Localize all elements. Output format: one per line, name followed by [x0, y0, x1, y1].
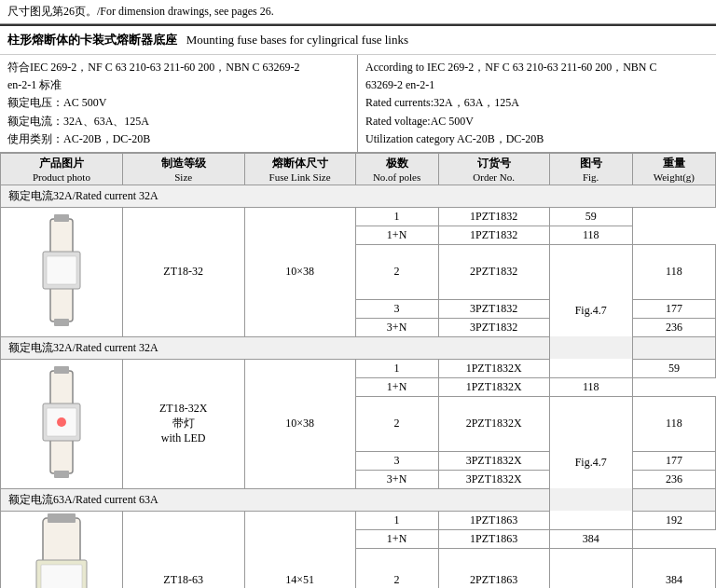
svg-rect-4	[47, 256, 76, 284]
order-cell: 3PZT1832	[438, 318, 549, 336]
fuse-size-cell: 10×38	[244, 359, 355, 488]
subheader-row: 额定电流63A/Rated current 63A	[1, 488, 716, 511]
weight-cell: 118	[549, 226, 632, 244]
info-grid: 符合IEC 269-2，NF C 63 210-63 211-60 200，NB…	[0, 55, 716, 153]
main-table: 产品图片 Product photo 制造等级 Size 熔断体尺寸 Fuse …	[0, 153, 716, 588]
th-photo: 产品图片 Product photo	[1, 153, 123, 185]
subheader-text: 额定电流63A/Rated current 63A	[1, 488, 716, 511]
svg-rect-1	[54, 214, 69, 222]
th-weight: 重量 Weight(g)	[632, 153, 715, 185]
weight-cell: 118	[549, 377, 632, 396]
poles-cell: 3	[355, 299, 438, 318]
poles-cell: 1+N	[355, 226, 438, 244]
fuse-size-cell: 14×51	[244, 511, 355, 588]
model-cell: ZT18-32	[122, 207, 244, 336]
info-right-line2: 63269-2 en-2-1	[365, 76, 709, 94]
weight-cell: 59	[549, 207, 632, 226]
order-cell: 3PZT1832X	[438, 470, 549, 488]
info-right-category: Utilization category AC-20B，DC-20B	[365, 130, 709, 148]
poles-cell: 1+N	[355, 529, 438, 548]
order-cell: 1PZT1832X	[438, 377, 549, 396]
subheader-text: 额定电流32A/Rated current 32A	[1, 336, 716, 359]
poles-cell: 1+N	[355, 377, 438, 396]
product-photo-cell	[1, 359, 123, 488]
poles-cell: 2	[355, 548, 438, 588]
weight-cell: 118	[632, 244, 715, 299]
weight-cell: 236	[632, 470, 715, 488]
order-cell: 1PZT1832X	[438, 359, 549, 377]
info-right: According to IEC 269-2，NF C 63 210-63 21…	[358, 55, 716, 152]
th-size: 制造等级 Size	[122, 153, 244, 185]
weight-cell: 118	[632, 396, 715, 451]
info-left-line2: en-2-1 标准	[7, 76, 350, 94]
info-right-line1: According to IEC 269-2，NF C 63 210-63 21…	[365, 59, 709, 76]
weight-cell: 384	[549, 529, 632, 548]
subheader-row: 额定电流32A/Rated current 32A	[1, 336, 716, 359]
fuse-size-cell: 10×38	[244, 207, 355, 336]
order-cell: 2PZT1832X	[438, 396, 549, 451]
weight-cell: 177	[632, 299, 715, 318]
info-left-line1: 符合IEC 269-2，NF C 63 210-63 211-60 200，NB…	[7, 59, 350, 76]
poles-cell: 1	[355, 207, 438, 226]
weight-cell: 177	[632, 451, 715, 470]
poles-cell: 3+N	[355, 318, 438, 336]
svg-rect-2	[54, 319, 69, 326]
poles-cell: 3+N	[355, 470, 438, 488]
th-fig: 图号 Fig.	[549, 153, 632, 185]
model-cell: ZT18-63	[122, 511, 244, 588]
info-left-voltage: 额定电压：AC 500V	[7, 94, 350, 112]
weight-cell: 59	[632, 359, 715, 377]
poles-cell: 1	[355, 359, 438, 377]
th-order: 订货号 Order No.	[438, 153, 549, 185]
order-cell: 2PZT1863	[438, 548, 549, 588]
model-cell: ZT18-32X带灯with LED	[122, 359, 244, 488]
subheader-row: 额定电流32A/Rated current 32A	[1, 185, 716, 207]
product-photo-cell	[1, 511, 123, 588]
weight-cell: 384	[632, 548, 715, 588]
section-title-cn: 柱形熔断体的卡装式熔断器底座	[7, 33, 177, 47]
fuse-image-group3	[20, 513, 103, 588]
section-title-en: Mounting fuse bases for cylingrical fuse…	[186, 33, 408, 47]
fuse-image-group1	[24, 210, 99, 331]
poles-cell: 2	[355, 244, 438, 299]
svg-point-10	[57, 417, 66, 427]
order-cell: 1PZT1832	[438, 226, 549, 244]
info-right-voltage: Rated voltage:AC 500V	[365, 113, 709, 130]
th-fuse: 熔断体尺寸 Fuse Link Size	[244, 153, 355, 185]
svg-rect-15	[41, 565, 82, 588]
subheader-text: 额定电流32A/Rated current 32A	[1, 185, 716, 207]
fuse-image-group2	[24, 362, 99, 483]
table-header-row: 产品图片 Product photo 制造等级 Size 熔断体尺寸 Fuse …	[1, 153, 716, 185]
top-note-bar: 尺寸图见第26页。/For dimension drawings, see pa…	[0, 0, 716, 24]
section-header: 柱形熔断体的卡装式熔断器底座 Mounting fuse bases for c…	[0, 24, 716, 55]
order-cell: 1PZT1863	[438, 529, 549, 548]
top-note-text: 尺寸图见第26页。/For dimension drawings, see pa…	[7, 5, 274, 18]
poles-cell: 2	[355, 396, 438, 451]
svg-rect-6	[54, 366, 69, 374]
th-poles: 极数 No.of poles	[355, 153, 438, 185]
order-cell: 1PZT1863	[438, 511, 549, 529]
info-left-current: 额定电流：32A、63A、125A	[7, 113, 350, 130]
fig-cell: Fig.4.8	[549, 548, 632, 588]
weight-cell: 236	[632, 318, 715, 336]
svg-rect-12	[48, 513, 76, 523]
svg-rect-7	[54, 471, 69, 478]
weight-cell: 192	[632, 511, 715, 529]
product-photo-cell	[1, 207, 123, 336]
info-left: 符合IEC 269-2，NF C 63 210-63 211-60 200，NB…	[0, 55, 358, 152]
order-cell: 3PZT1832	[438, 299, 549, 318]
order-cell: 3PZT1832X	[438, 451, 549, 470]
info-left-category: 使用类别：AC-20B，DC-20B	[7, 130, 350, 148]
poles-cell: 1	[355, 511, 438, 529]
order-cell: 1PZT1832	[438, 207, 549, 226]
order-cell: 2PZT1832	[438, 244, 549, 299]
poles-cell: 3	[355, 451, 438, 470]
table-row: ZT18-3210×3811PZT183259	[1, 207, 716, 226]
info-right-current: Rated currents:32A，63A，125A	[365, 94, 709, 112]
